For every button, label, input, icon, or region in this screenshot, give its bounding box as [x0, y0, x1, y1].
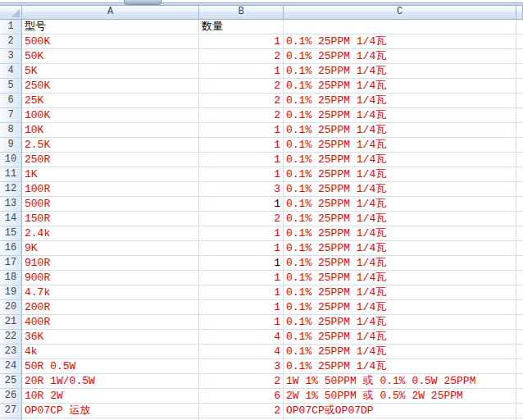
cell-a[interactable]: 500K	[22, 34, 199, 49]
cell-c[interactable]: 0.1% 25PPM 1/4瓦	[284, 212, 516, 226]
cell-c[interactable]: 0.1% 25PPM 1/4瓦	[284, 167, 516, 182]
cell-c[interactable]: 0.1% 25PPM 1/4瓦	[284, 226, 516, 241]
cell-c[interactable]: 0.1% 25PPM 1/4瓦	[284, 256, 516, 271]
cell-a[interactable]: 400R	[22, 315, 199, 330]
cell-next-sliver[interactable]	[516, 389, 523, 404]
cell-c[interactable]: 0.1% 25PPM 1/4瓦	[284, 241, 516, 256]
row-header[interactable]: 19	[0, 285, 22, 300]
cell-a[interactable]: 型号	[22, 20, 199, 34]
cell-b[interactable]: 2	[199, 108, 284, 123]
cell-next-sliver[interactable]	[516, 345, 523, 359]
cell-next-sliver[interactable]	[516, 64, 523, 79]
cell-b[interactable]: 2	[199, 79, 284, 94]
cell-next-sliver[interactable]	[516, 153, 523, 167]
row-header[interactable]: 26	[0, 389, 22, 404]
cell-b[interactable]: 1	[199, 256, 284, 271]
cell-c[interactable]: 0.1% 25PPM 1/4瓦	[284, 64, 516, 79]
row-header[interactable]: 17	[0, 256, 22, 271]
cell-c[interactable]: 0.1% 25PPM 1/4瓦	[284, 108, 516, 123]
cell-a[interactable]: 150R	[22, 212, 199, 226]
cell-a[interactable]: 50R 0.5W	[22, 359, 199, 374]
row-header[interactable]: 15	[0, 226, 22, 241]
cell-next-sliver[interactable]	[516, 94, 523, 108]
cell-b[interactable]: 2	[199, 49, 284, 64]
cell-a[interactable]: 250R	[22, 153, 199, 167]
cell-next-sliver[interactable]	[516, 226, 523, 241]
cell-b[interactable]: 1	[199, 123, 284, 138]
cell-b[interactable]: 1	[199, 138, 284, 153]
row-header[interactable]: 11	[0, 167, 22, 182]
cell-next-sliver[interactable]	[516, 330, 523, 345]
cell-a[interactable]: 250K	[22, 79, 199, 94]
cell-next-sliver[interactable]	[516, 197, 523, 212]
cell-c[interactable]: 0.1% 25PPM 1/4瓦	[284, 330, 516, 345]
cell-c[interactable]: 0.1% 25PPM 1/4瓦	[284, 34, 516, 49]
row-header[interactable]: 14	[0, 212, 22, 226]
cell-b[interactable]: 1	[199, 300, 284, 315]
row-header[interactable]: 8	[0, 123, 22, 138]
cell-c[interactable]: 0.1% 25PPM 1/4瓦	[284, 197, 516, 212]
cell-a[interactable]: 100K	[22, 108, 199, 123]
cell-a[interactable]: 10K	[22, 123, 199, 138]
cell-a[interactable]: 100R	[22, 182, 199, 197]
row-header[interactable]: 2	[0, 34, 22, 49]
cell-c[interactable]: 0.1% 25PPM 1/4瓦	[284, 94, 516, 108]
cell-next-sliver[interactable]	[516, 182, 523, 197]
cell-a[interactable]: 4.7k	[22, 285, 199, 300]
cell-b[interactable]: 1	[199, 271, 284, 285]
cell-next-sliver[interactable]	[516, 285, 523, 300]
column-header-c[interactable]: C	[284, 5, 516, 20]
cell-b[interactable]: 1	[199, 153, 284, 167]
row-header[interactable]: 1	[0, 20, 22, 34]
cell-next-sliver[interactable]	[516, 315, 523, 330]
cell-c[interactable]: 0.1% 25PPM 1/4瓦	[284, 123, 516, 138]
cell-b[interactable]: 4	[199, 330, 284, 345]
cell-next-sliver[interactable]	[516, 359, 523, 374]
row-header[interactable]: 23	[0, 345, 22, 359]
cell-a[interactable]: 10R 2W	[22, 389, 199, 404]
cell-b[interactable]: 1	[199, 226, 284, 241]
cell-b[interactable]: 1	[199, 315, 284, 330]
cell-a[interactable]: 2.5K	[22, 138, 199, 153]
row-header[interactable]: 24	[0, 359, 22, 374]
row-header[interactable]: 9	[0, 138, 22, 153]
cell-a[interactable]: 9K	[22, 241, 199, 256]
cell-c[interactable]: 1W 1% 50PPM 或 0.1% 0.5W 25PPM	[284, 374, 516, 389]
cell-a[interactable]: 500R	[22, 197, 199, 212]
cell-b[interactable]: 2	[199, 374, 284, 389]
row-header[interactable]: 18	[0, 271, 22, 285]
cell-next-sliver[interactable]	[516, 34, 523, 49]
row-header[interactable]: 20	[0, 300, 22, 315]
cell-c[interactable]: 0.1% 25PPM 1/4瓦	[284, 79, 516, 94]
cell-b[interactable]: 1	[199, 197, 284, 212]
cell-b[interactable]: 数量	[199, 20, 284, 34]
row-header[interactable]: 25	[0, 374, 22, 389]
cell-b[interactable]: 1	[199, 34, 284, 49]
cell-next-sliver[interactable]	[516, 49, 523, 64]
column-header-a[interactable]: A	[22, 5, 199, 20]
cell-a[interactable]: 910R	[22, 256, 199, 271]
cell-c[interactable]: 0.1% 25PPM 1/4瓦	[284, 345, 516, 359]
row-header[interactable]: 13	[0, 197, 22, 212]
cell-b[interactable]: 6	[199, 389, 284, 404]
cell-b[interactable]: 2	[199, 94, 284, 108]
row-header[interactable]: 27	[0, 404, 22, 418]
cell-a[interactable]: 4k	[22, 345, 199, 359]
row-header[interactable]: 12	[0, 182, 22, 197]
cell-b[interactable]: 2	[199, 212, 284, 226]
cell-next-sliver[interactable]	[516, 20, 523, 34]
cell-next-sliver[interactable]	[516, 374, 523, 389]
cell-a[interactable]: OP07CP 运放	[22, 404, 199, 418]
select-all-corner[interactable]	[0, 5, 22, 20]
row-header[interactable]: 16	[0, 241, 22, 256]
cell-a[interactable]: 900R	[22, 271, 199, 285]
cell-a[interactable]: 200R	[22, 300, 199, 315]
row-header[interactable]: 22	[0, 330, 22, 345]
cell-b[interactable]: 3	[199, 359, 284, 374]
cell-c[interactable]: 0.1% 25PPM 1/4瓦	[284, 300, 516, 315]
cell-a[interactable]: 5K	[22, 64, 199, 79]
row-header[interactable]: 21	[0, 315, 22, 330]
cell-next-sliver[interactable]	[516, 167, 523, 182]
cell-c[interactable]: 0.1% 25PPM 1/4瓦	[284, 359, 516, 374]
cell-c[interactable]: 2W 1% 50PPM 或 0.5% 2W 25PPM	[284, 389, 516, 404]
